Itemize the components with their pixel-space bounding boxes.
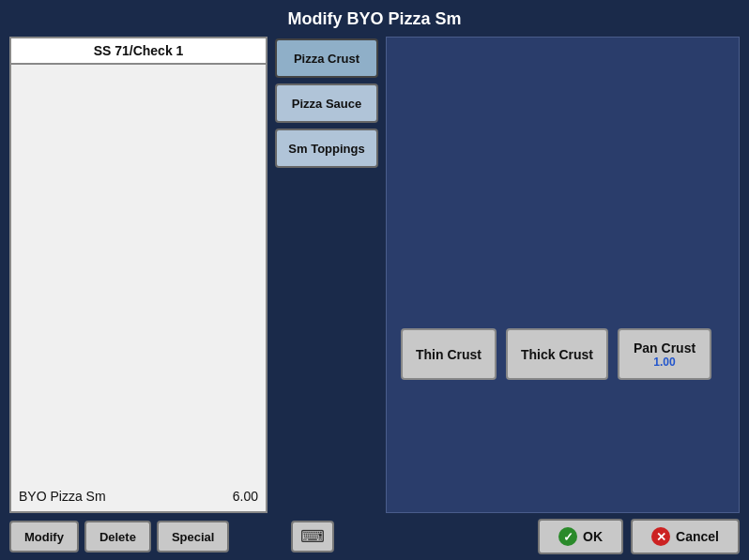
order-header: SS 71/Check 1 (9, 37, 268, 65)
pan-crust-price: 1.00 (653, 356, 675, 369)
pan-crust-label: Pan Crust (634, 341, 696, 356)
options-row: Thin Crust Thick Crust Pan Crust 1.00 (401, 192, 725, 380)
special-button[interactable]: Special (157, 521, 230, 552)
category-pizza-sauce[interactable]: Pizza Sauce (275, 83, 378, 123)
bottom-left-actions: Modify Delete Special (9, 521, 229, 552)
modify-button[interactable]: Modify (9, 521, 79, 552)
order-item-name: BYO Pizza Sm (19, 489, 106, 504)
x-icon: ✕ (651, 527, 670, 546)
order-list: BYO Pizza Sm 6.00 (9, 65, 268, 513)
category-sm-toppings[interactable]: Sm Toppings (275, 129, 378, 168)
option-thin-crust[interactable]: Thin Crust (401, 328, 497, 380)
page-title: Modify BYO Pizza Sm (287, 9, 461, 28)
keyboard-icon: ⌨ (300, 526, 325, 547)
bottom-right-actions: ✓ OK ✕ Cancel (538, 519, 740, 554)
order-item-price: 6.00 (233, 489, 258, 504)
option-thick-crust[interactable]: Thick Crust (506, 328, 608, 380)
bottom-middle-actions: ⌨ (291, 521, 334, 552)
order-item: BYO Pizza Sm 6.00 (19, 489, 258, 504)
option-pan-crust[interactable]: Pan Crust 1.00 (618, 328, 711, 380)
category-panel: Pizza Crust Pizza Sauce Sm Toppings (275, 37, 378, 513)
options-panel: Thin Crust Thick Crust Pan Crust 1.00 (386, 37, 740, 513)
bottom-bar: Modify Delete Special ⌨ ✓ OK ✕ Cancel (0, 513, 749, 560)
check-icon: ✓ (558, 527, 577, 546)
category-pizza-crust[interactable]: Pizza Crust (275, 38, 378, 78)
cancel-button[interactable]: ✕ Cancel (631, 519, 740, 554)
thin-crust-label: Thin Crust (416, 347, 482, 362)
thick-crust-label: Thick Crust (521, 347, 593, 362)
ok-button[interactable]: ✓ OK (538, 519, 623, 554)
cancel-label: Cancel (676, 529, 719, 544)
order-panel: SS 71/Check 1 BYO Pizza Sm 6.00 (9, 37, 268, 513)
keyboard-button[interactable]: ⌨ (291, 521, 334, 552)
delete-button[interactable]: Delete (84, 521, 151, 552)
ok-label: OK (583, 529, 603, 544)
